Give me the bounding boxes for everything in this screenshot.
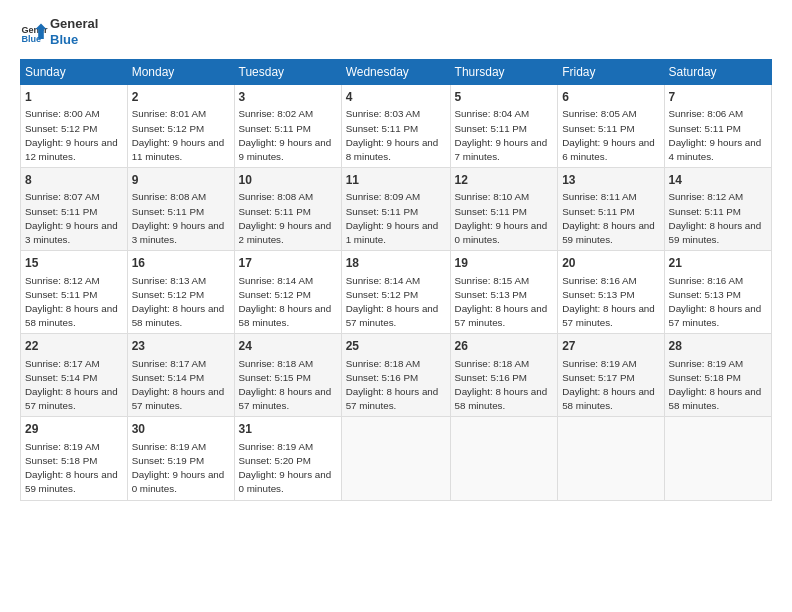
day-info: Sunrise: 8:13 AMSunset: 5:12 PMDaylight:… — [132, 275, 225, 329]
table-row: 19 Sunrise: 8:15 AMSunset: 5:13 PMDaylig… — [450, 251, 558, 334]
logo-text-line1: General — [50, 16, 98, 32]
table-row — [450, 417, 558, 500]
calendar-table: Sunday Monday Tuesday Wednesday Thursday… — [20, 59, 772, 500]
calendar-week-row: 8 Sunrise: 8:07 AMSunset: 5:11 PMDayligh… — [21, 168, 772, 251]
day-number: 23 — [132, 338, 230, 354]
table-row: 13 Sunrise: 8:11 AMSunset: 5:11 PMDaylig… — [558, 168, 664, 251]
table-row: 11 Sunrise: 8:09 AMSunset: 5:11 PMDaylig… — [341, 168, 450, 251]
day-number: 10 — [239, 172, 337, 188]
table-row: 29 Sunrise: 8:19 AMSunset: 5:18 PMDaylig… — [21, 417, 128, 500]
table-row: 17 Sunrise: 8:14 AMSunset: 5:12 PMDaylig… — [234, 251, 341, 334]
day-number: 14 — [669, 172, 767, 188]
day-info: Sunrise: 8:11 AMSunset: 5:11 PMDaylight:… — [562, 191, 655, 245]
day-number: 15 — [25, 255, 123, 271]
day-info: Sunrise: 8:16 AMSunset: 5:13 PMDaylight:… — [562, 275, 655, 329]
table-row: 26 Sunrise: 8:18 AMSunset: 5:16 PMDaylig… — [450, 334, 558, 417]
day-number: 29 — [25, 421, 123, 437]
day-info: Sunrise: 8:08 AMSunset: 5:11 PMDaylight:… — [132, 191, 225, 245]
day-number: 20 — [562, 255, 659, 271]
day-info: Sunrise: 8:15 AMSunset: 5:13 PMDaylight:… — [455, 275, 548, 329]
logo-text-line2: Blue — [50, 32, 98, 48]
day-info: Sunrise: 8:18 AMSunset: 5:15 PMDaylight:… — [239, 358, 332, 412]
table-row: 7 Sunrise: 8:06 AMSunset: 5:11 PMDayligh… — [664, 85, 771, 168]
day-info: Sunrise: 8:07 AMSunset: 5:11 PMDaylight:… — [25, 191, 118, 245]
day-info: Sunrise: 8:02 AMSunset: 5:11 PMDaylight:… — [239, 108, 332, 162]
day-info: Sunrise: 8:04 AMSunset: 5:11 PMDaylight:… — [455, 108, 548, 162]
table-row: 21 Sunrise: 8:16 AMSunset: 5:13 PMDaylig… — [664, 251, 771, 334]
table-row: 25 Sunrise: 8:18 AMSunset: 5:16 PMDaylig… — [341, 334, 450, 417]
table-row: 3 Sunrise: 8:02 AMSunset: 5:11 PMDayligh… — [234, 85, 341, 168]
day-number: 2 — [132, 89, 230, 105]
day-number: 11 — [346, 172, 446, 188]
table-row: 27 Sunrise: 8:19 AMSunset: 5:17 PMDaylig… — [558, 334, 664, 417]
logo-icon: General Blue — [20, 18, 48, 46]
day-number: 1 — [25, 89, 123, 105]
calendar-week-row: 15 Sunrise: 8:12 AMSunset: 5:11 PMDaylig… — [21, 251, 772, 334]
day-number: 19 — [455, 255, 554, 271]
day-info: Sunrise: 8:14 AMSunset: 5:12 PMDaylight:… — [346, 275, 439, 329]
day-info: Sunrise: 8:19 AMSunset: 5:17 PMDaylight:… — [562, 358, 655, 412]
day-number: 7 — [669, 89, 767, 105]
day-number: 28 — [669, 338, 767, 354]
col-monday: Monday — [127, 60, 234, 85]
day-number: 24 — [239, 338, 337, 354]
day-info: Sunrise: 8:19 AMSunset: 5:18 PMDaylight:… — [669, 358, 762, 412]
table-row: 22 Sunrise: 8:17 AMSunset: 5:14 PMDaylig… — [21, 334, 128, 417]
day-info: Sunrise: 8:14 AMSunset: 5:12 PMDaylight:… — [239, 275, 332, 329]
table-row: 1 Sunrise: 8:00 AMSunset: 5:12 PMDayligh… — [21, 85, 128, 168]
page-header: General Blue General Blue — [20, 16, 772, 47]
day-number: 12 — [455, 172, 554, 188]
table-row: 6 Sunrise: 8:05 AMSunset: 5:11 PMDayligh… — [558, 85, 664, 168]
day-info: Sunrise: 8:19 AMSunset: 5:19 PMDaylight:… — [132, 441, 225, 495]
page-container: General Blue General Blue Sunday Monday … — [0, 0, 792, 511]
table-row: 30 Sunrise: 8:19 AMSunset: 5:19 PMDaylig… — [127, 417, 234, 500]
day-number: 31 — [239, 421, 337, 437]
day-number: 13 — [562, 172, 659, 188]
day-number: 25 — [346, 338, 446, 354]
day-number: 30 — [132, 421, 230, 437]
day-info: Sunrise: 8:12 AMSunset: 5:11 PMDaylight:… — [669, 191, 762, 245]
day-info: Sunrise: 8:01 AMSunset: 5:12 PMDaylight:… — [132, 108, 225, 162]
day-number: 16 — [132, 255, 230, 271]
col-friday: Friday — [558, 60, 664, 85]
calendar-header-row: Sunday Monday Tuesday Wednesday Thursday… — [21, 60, 772, 85]
day-info: Sunrise: 8:00 AMSunset: 5:12 PMDaylight:… — [25, 108, 118, 162]
day-number: 17 — [239, 255, 337, 271]
day-info: Sunrise: 8:16 AMSunset: 5:13 PMDaylight:… — [669, 275, 762, 329]
table-row: 4 Sunrise: 8:03 AMSunset: 5:11 PMDayligh… — [341, 85, 450, 168]
day-info: Sunrise: 8:05 AMSunset: 5:11 PMDaylight:… — [562, 108, 655, 162]
table-row: 2 Sunrise: 8:01 AMSunset: 5:12 PMDayligh… — [127, 85, 234, 168]
table-row: 5 Sunrise: 8:04 AMSunset: 5:11 PMDayligh… — [450, 85, 558, 168]
table-row: 14 Sunrise: 8:12 AMSunset: 5:11 PMDaylig… — [664, 168, 771, 251]
calendar-week-row: 1 Sunrise: 8:00 AMSunset: 5:12 PMDayligh… — [21, 85, 772, 168]
day-info: Sunrise: 8:12 AMSunset: 5:11 PMDaylight:… — [25, 275, 118, 329]
day-number: 18 — [346, 255, 446, 271]
col-sunday: Sunday — [21, 60, 128, 85]
day-info: Sunrise: 8:06 AMSunset: 5:11 PMDaylight:… — [669, 108, 762, 162]
table-row: 15 Sunrise: 8:12 AMSunset: 5:11 PMDaylig… — [21, 251, 128, 334]
table-row — [558, 417, 664, 500]
day-info: Sunrise: 8:09 AMSunset: 5:11 PMDaylight:… — [346, 191, 439, 245]
calendar-week-row: 29 Sunrise: 8:19 AMSunset: 5:18 PMDaylig… — [21, 417, 772, 500]
table-row: 12 Sunrise: 8:10 AMSunset: 5:11 PMDaylig… — [450, 168, 558, 251]
day-info: Sunrise: 8:10 AMSunset: 5:11 PMDaylight:… — [455, 191, 548, 245]
table-row: 16 Sunrise: 8:13 AMSunset: 5:12 PMDaylig… — [127, 251, 234, 334]
table-row: 8 Sunrise: 8:07 AMSunset: 5:11 PMDayligh… — [21, 168, 128, 251]
table-row: 10 Sunrise: 8:08 AMSunset: 5:11 PMDaylig… — [234, 168, 341, 251]
day-info: Sunrise: 8:08 AMSunset: 5:11 PMDaylight:… — [239, 191, 332, 245]
day-info: Sunrise: 8:19 AMSunset: 5:20 PMDaylight:… — [239, 441, 332, 495]
day-info: Sunrise: 8:19 AMSunset: 5:18 PMDaylight:… — [25, 441, 118, 495]
day-info: Sunrise: 8:17 AMSunset: 5:14 PMDaylight:… — [25, 358, 118, 412]
day-number: 5 — [455, 89, 554, 105]
day-number: 6 — [562, 89, 659, 105]
day-number: 27 — [562, 338, 659, 354]
table-row: 9 Sunrise: 8:08 AMSunset: 5:11 PMDayligh… — [127, 168, 234, 251]
logo: General Blue General Blue — [20, 16, 98, 47]
table-row — [341, 417, 450, 500]
day-info: Sunrise: 8:17 AMSunset: 5:14 PMDaylight:… — [132, 358, 225, 412]
svg-text:Blue: Blue — [21, 33, 41, 43]
table-row: 20 Sunrise: 8:16 AMSunset: 5:13 PMDaylig… — [558, 251, 664, 334]
day-number: 4 — [346, 89, 446, 105]
table-row: 18 Sunrise: 8:14 AMSunset: 5:12 PMDaylig… — [341, 251, 450, 334]
col-wednesday: Wednesday — [341, 60, 450, 85]
